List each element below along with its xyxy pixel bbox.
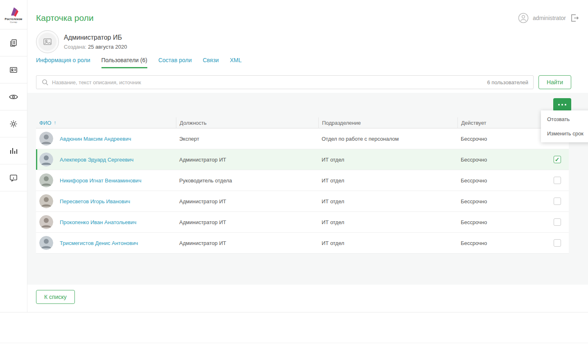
menu-item-revoke[interactable]: Отозвать	[541, 112, 588, 126]
user-department: ИТ отдел	[318, 157, 457, 163]
role-created-date: 25 августа 2020	[88, 44, 127, 50]
sidebar-item-reports[interactable]	[0, 137, 27, 164]
user-valid: Бессрочно	[457, 178, 545, 184]
sidebar-item-visibility[interactable]	[0, 83, 27, 110]
actions-dropdown: Отозвать Изменить срок	[541, 110, 588, 142]
user-position: Руководитель отдела	[176, 178, 318, 184]
user-avatar-icon	[518, 13, 529, 23]
sort-asc-icon: ↑	[54, 120, 56, 126]
users-panel: ФИО ↑ Должность Подразделение Действует …	[27, 93, 588, 285]
search-icon	[41, 79, 49, 86]
tab-links[interactable]: Связи	[203, 57, 219, 68]
tab-role-content[interactable]: Состав роли	[158, 57, 192, 68]
user-position: Администратор ИТ	[176, 240, 318, 246]
documents-icon	[9, 38, 18, 47]
sidebar-item-messages[interactable]	[0, 164, 27, 191]
column-header-fio[interactable]: ФИО ↑	[36, 117, 176, 128]
user-name-link[interactable]: Прокопенко Иван Анатольевич	[60, 219, 136, 225]
logout-icon	[570, 13, 579, 22]
logo-title: Ростелеком	[5, 18, 23, 20]
sidebar-item-settings[interactable]	[0, 110, 27, 137]
row-checkbox[interactable]	[554, 218, 561, 226]
row-checkbox[interactable]	[554, 239, 561, 247]
column-header-position[interactable]: Должность	[176, 117, 318, 128]
content-bottom-divider	[0, 312, 588, 312]
app-logo[interactable]: Ростелеком Солар	[0, 0, 27, 29]
column-header-valid[interactable]: Действует	[457, 117, 545, 128]
tab-users[interactable]: Пользователи (6)	[101, 57, 147, 68]
table-row: Трисмегистов Денис Антонович Администрат…	[36, 233, 569, 254]
user-department: Отдел по работе с персоналом	[318, 136, 457, 142]
user-avatar	[39, 173, 53, 187]
role-created: Создана:25 августа 2020	[64, 44, 127, 50]
table-row: Прокопенко Иван Анатольевич Администрато…	[36, 212, 569, 233]
more-actions-button[interactable]	[553, 98, 571, 111]
users-table: ФИО ↑ Должность Подразделение Действует …	[36, 117, 569, 254]
tabs: Информация о роли Пользователи (6) Соста…	[36, 57, 588, 68]
user-valid: Бессрочно	[457, 240, 545, 246]
user-block: administrator	[518, 13, 579, 23]
menu-item-change-term[interactable]: Изменить срок	[541, 126, 588, 141]
table-row: Авдюнин Максим Андреевич Эксперт Отдел п…	[36, 128, 569, 149]
user-avatar	[39, 132, 53, 146]
sidebar-item-accounts[interactable]	[0, 56, 27, 83]
user-department: ИТ отдел	[318, 240, 457, 246]
topbar: Карточка роли administrator	[27, 0, 588, 23]
search-row: 6 пользователей Найти	[27, 75, 588, 89]
user-avatar	[39, 194, 53, 208]
user-valid: Бессрочно	[457, 136, 545, 142]
table-row: Никифоров Игнат Вениаминович Руководител…	[36, 170, 569, 191]
row-checkbox[interactable]	[554, 177, 561, 184]
users-count: 6 пользователей	[487, 79, 528, 85]
user-avatar	[39, 153, 53, 166]
eye-icon	[9, 92, 18, 102]
table-row: Пересветов Игорь Иванович Администратор …	[36, 191, 569, 212]
accounts-icon	[9, 65, 18, 74]
footer-actions: К списку	[36, 290, 588, 304]
user-position: Администратор ИТ	[176, 219, 318, 225]
tab-xml[interactable]: XML	[230, 57, 242, 68]
user-department: ИТ отдел	[318, 178, 457, 184]
row-checkbox[interactable]	[554, 198, 561, 205]
column-header-department[interactable]: Подразделение	[318, 117, 457, 128]
user-valid: Бессрочно	[457, 219, 545, 225]
username: administrator	[533, 15, 566, 21]
user-name-link[interactable]: Пересветов Игорь Иванович	[60, 198, 130, 204]
column-label-fio: ФИО	[39, 120, 51, 126]
search-input[interactable]	[52, 79, 484, 85]
back-to-list-button[interactable]: К списку	[36, 290, 75, 304]
user-valid: Бессрочно	[457, 198, 545, 204]
page-title: Карточка роли	[36, 13, 94, 23]
main-content: Карточка роли administrator	[27, 0, 588, 304]
photo-placeholder-icon	[43, 37, 52, 47]
info-message-icon	[9, 173, 18, 182]
row-checkbox[interactable]	[554, 156, 561, 163]
role-header: Администратор ИБ Создана:25 августа 2020	[36, 30, 588, 53]
user-avatar	[39, 236, 53, 250]
user-valid: Бессрочно	[457, 157, 545, 163]
role-avatar	[36, 30, 59, 53]
table-row: Алекперов Эдуард Сергеевич Администратор…	[36, 149, 569, 170]
logout-button[interactable]	[570, 13, 579, 22]
find-button[interactable]: Найти	[538, 75, 571, 89]
gear-icon	[9, 119, 18, 129]
bar-chart-icon	[9, 146, 18, 155]
user-position: Администратор ИТ	[176, 157, 318, 163]
logo-subtitle: Солар	[10, 21, 17, 23]
user-name-link[interactable]: Алекперов Эдуард Сергеевич	[60, 157, 133, 163]
user-name-link[interactable]: Никифоров Игнат Вениаминович	[60, 178, 141, 184]
user-name-link[interactable]: Авдюнин Максим Андреевич	[60, 136, 131, 142]
search-box: 6 пользователей	[36, 75, 534, 89]
role-name: Администратор ИБ	[64, 34, 127, 41]
user-name-link[interactable]: Трисмегистов Денис Антонович	[60, 240, 138, 246]
user-department: ИТ отдел	[318, 198, 457, 204]
user-position: Администратор ИТ	[176, 198, 318, 204]
sidebar-item-documents[interactable]	[0, 29, 27, 56]
rostelecom-logo-icon	[8, 6, 19, 17]
role-created-label: Создана:	[64, 44, 86, 50]
tab-role-info[interactable]: Информация о роли	[36, 57, 90, 68]
user-avatar	[39, 215, 53, 229]
page-footer-divider	[0, 343, 588, 343]
table-header: ФИО ↑ Должность Подразделение Действует	[36, 117, 569, 128]
sidebar: Ростелеком Солар	[0, 0, 27, 312]
